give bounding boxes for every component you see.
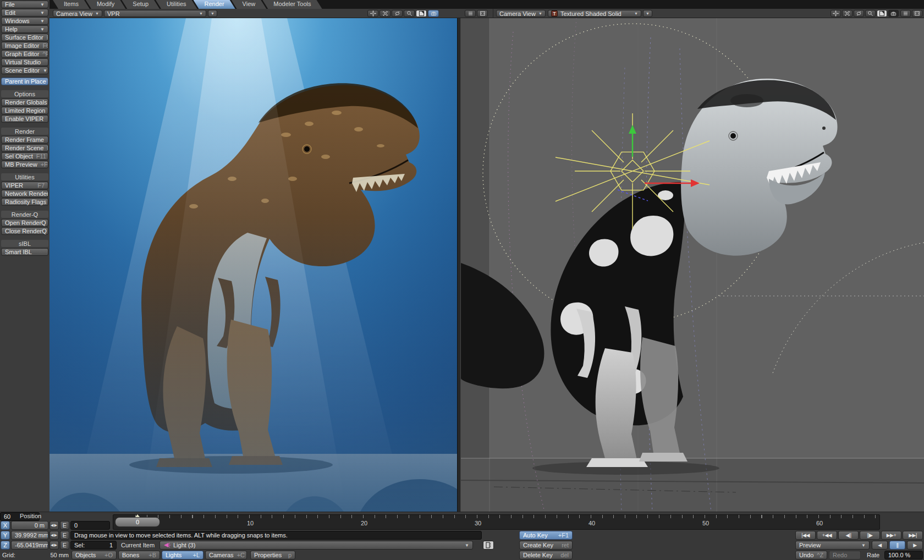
left-rotate-view-button[interactable]	[380, 10, 391, 17]
menu-icon	[468, 10, 474, 17]
close-renderq-button[interactable]: Close RenderQ	[1, 227, 48, 235]
undo-button[interactable]: Undo^Z	[795, 551, 827, 559]
position-x-field[interactable]: 0 m	[11, 521, 48, 530]
pause-button[interactable]: ||	[889, 541, 905, 550]
help-menu[interactable]: Help▼	[1, 25, 48, 33]
left-orbit-view-button[interactable]	[392, 10, 403, 17]
tab-items[interactable]: Items	[53, 0, 90, 9]
step-forward-button[interactable]: ||▶	[860, 531, 880, 540]
radiosity-flags-button[interactable]: Radiosity Flags	[1, 198, 48, 206]
tab-modeler-tools[interactable]: Modeler Tools	[262, 0, 322, 9]
left-viewport-menu-button[interactable]	[465, 10, 476, 17]
go-first-frame-button[interactable]: |◀◀	[795, 531, 816, 540]
x-stepper[interactable]: ◀▶	[50, 521, 59, 530]
delete-key-button[interactable]: Delete Keydel	[519, 551, 573, 559]
tab-modify[interactable]: Modify	[86, 0, 125, 9]
axis-z-button[interactable]: Z	[1, 541, 10, 550]
next-keyframe-button[interactable]: ▶▶+	[881, 531, 901, 540]
right-camera-toggle-button[interactable]	[888, 10, 899, 17]
right-orbit-view-button[interactable]	[854, 10, 864, 17]
file-menu[interactable]: File▼	[1, 1, 48, 8]
render-globals-button[interactable]: Render Globals	[1, 98, 48, 106]
parent-in-place-button[interactable]: Parent in Place	[1, 78, 48, 85]
left-frame-fit-button[interactable]	[477, 10, 488, 17]
position-z-field[interactable]: -65.0419mm	[11, 541, 48, 550]
item-list-button[interactable]	[483, 541, 494, 550]
y-envelope-button[interactable]: E	[60, 531, 69, 540]
graph-editor-button[interactable]: Graph Editor^F2	[1, 50, 48, 58]
status-bar: Drag mouse in view to move selected item…	[70, 531, 482, 540]
viewport-header-strip: Camera View▼ VPR▼ ▼ Camera View▼ TTextur…	[50, 9, 924, 18]
item-type-bones-button[interactable]: Bones+B	[118, 551, 160, 559]
mb-preview-button[interactable]: MB Preview+F9	[1, 161, 48, 168]
right-frame-fit-button[interactable]	[912, 10, 922, 17]
tab-setup[interactable]: Setup	[122, 0, 160, 9]
timeline-slider-handle[interactable]: 0	[115, 517, 160, 527]
prev-keyframe-button[interactable]: +◀◀	[817, 531, 837, 540]
right-maximize-viewport-button[interactable]	[877, 10, 887, 17]
item-type-objects-button[interactable]: Objects+O	[72, 551, 117, 559]
left-pan-view-button[interactable]	[367, 10, 378, 17]
left-vpr-camera-toggle-button[interactable]	[428, 10, 439, 17]
current-frame-field[interactable]: 0	[70, 521, 110, 530]
x-envelope-button[interactable]: E	[60, 521, 69, 530]
left-render-mode-dropdown[interactable]: VPR▼	[104, 10, 206, 17]
right-render-mode-dropdown[interactable]: TTextured Shaded Solid▼	[548, 10, 641, 17]
redo-button[interactable]: Redo	[829, 551, 861, 559]
rate-field[interactable]: 100.0 %	[884, 551, 923, 559]
shaded-view-trex	[461, 18, 924, 512]
surface-editor-button[interactable]: Surface EditorF5	[1, 34, 48, 41]
y-stepper[interactable]: ◀▶	[50, 531, 59, 540]
z-stepper[interactable]: ◀▶	[50, 541, 59, 550]
dopesheet-icon	[486, 542, 491, 548]
right-pan-view-button[interactable]	[831, 10, 841, 17]
play-forward-button[interactable]: ▶	[907, 541, 923, 550]
left-zoom-view-button[interactable]	[404, 10, 415, 17]
viewport-splitter[interactable]	[457, 18, 461, 512]
preview-dropdown[interactable]: Preview▼	[795, 541, 870, 550]
sel-object-button[interactable]: Sel ObjectF11	[1, 152, 48, 160]
network-render-button[interactable]: Network Render	[1, 190, 48, 197]
auto-key-button[interactable]: Auto Key+F1	[519, 531, 573, 540]
tab-view[interactable]: View	[232, 0, 267, 9]
position-y-field[interactable]: 39.9992 mm	[11, 531, 48, 540]
virtual-studio-button[interactable]: Virtual Studio	[1, 58, 48, 66]
render-scene-button[interactable]: Render SceneF10	[1, 144, 48, 152]
windows-menu[interactable]: Windows▼	[1, 17, 48, 25]
right-zoom-view-button[interactable]	[865, 10, 876, 17]
edit-menu[interactable]: Edit▼	[1, 9, 48, 17]
item-type-lights-button[interactable]: Lights+L	[162, 551, 204, 559]
vpr-render-trex	[50, 18, 457, 512]
go-last-frame-button[interactable]: ▶▶|	[903, 531, 923, 540]
right-viewport-menu-button[interactable]	[900, 10, 911, 17]
tab-render[interactable]: Render	[194, 0, 235, 9]
item-type-cameras-button[interactable]: Cameras+C	[205, 551, 247, 559]
timeline-ruler[interactable]: 0 10 20 30 40 50 60 0	[113, 514, 880, 530]
render-frame-button[interactable]: Render FrameF9	[1, 136, 48, 144]
step-back-button[interactable]: ◀||	[838, 531, 859, 540]
left-maximize-viewport-button[interactable]	[416, 10, 427, 17]
z-envelope-button[interactable]: E	[60, 541, 69, 550]
timeline-label: 10	[247, 520, 254, 526]
limited-region-button[interactable]: Limited Regionl	[1, 107, 48, 114]
left-viewport-canvas[interactable]	[50, 18, 457, 512]
axis-y-button[interactable]: Y	[1, 531, 10, 540]
axis-x-button[interactable]: X	[1, 521, 10, 530]
properties-button[interactable]: Propertiesp	[250, 551, 295, 559]
right-rotate-view-button[interactable]	[842, 10, 853, 17]
play-reverse-button[interactable]: ◀	[872, 541, 888, 550]
enable-viper-button[interactable]: Enable VIPER	[1, 115, 48, 123]
tab-utilities[interactable]: Utilities	[156, 0, 197, 9]
image-editor-button[interactable]: Image EditorF6	[1, 42, 48, 50]
current-item-dropdown[interactable]: Light (3) ▼	[160, 541, 473, 550]
left-view-type-dropdown[interactable]: Camera View▼	[53, 10, 102, 17]
open-renderq-button[interactable]: Open RenderQ	[1, 219, 48, 227]
right-viewport-options-dropdown[interactable]: ▼	[643, 10, 652, 17]
viper-button[interactable]: VIPERF7	[1, 182, 48, 189]
left-viewport-options-dropdown[interactable]: ▼	[208, 10, 217, 17]
create-key-button[interactable]: Create Keyret	[519, 541, 573, 550]
scene-editor-button[interactable]: Scene Editor▼	[1, 67, 48, 74]
smart-ibl-button[interactable]: Smart IBL	[1, 248, 48, 256]
right-viewport-canvas[interactable]	[461, 18, 924, 512]
right-view-type-dropdown[interactable]: Camera View▼	[496, 10, 546, 17]
